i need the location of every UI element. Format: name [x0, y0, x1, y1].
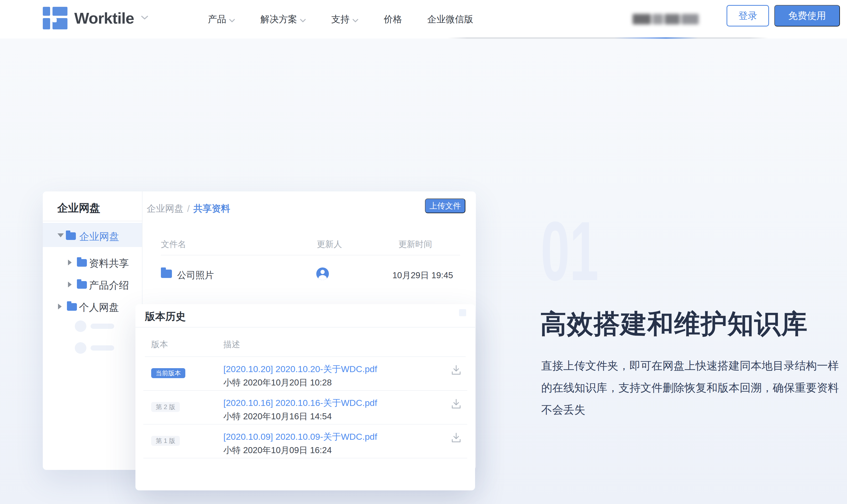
- breadcrumb-separator: /: [187, 203, 190, 214]
- version-file-link[interactable]: [2020.10.20] 2020.10.20-关于WDC.pdf: [223, 363, 377, 375]
- version-row-2: 第 2 版 [2020.10.16] 2020.10.16-关于WDC.pdf …: [143, 391, 467, 425]
- version-file-link[interactable]: [2020.10.16] 2020.10.16-关于WDC.pdf: [223, 397, 377, 409]
- skeleton-row: [43, 339, 142, 361]
- breadcrumb: 企业网盘 / 共享资料: [147, 202, 230, 215]
- modal-title: 版本历史: [145, 309, 186, 324]
- version-meta: 小特 2020年10月16日 14:54: [223, 411, 332, 422]
- column-header-version: 版本: [151, 339, 168, 350]
- worktile-logo-icon: [43, 7, 67, 29]
- caret-collapsed-icon[interactable]: [68, 259, 72, 265]
- feature-description: 直接上传文件夹，即可在网盘上快速搭建同本地目录结构一样 的在线知识库，支持文件删…: [541, 355, 847, 421]
- sidebar-title: 企业网盘: [57, 201, 100, 215]
- version-row-current: 当前版本 [2020.10.20] 2020.10.20-关于WDC.pdf 小…: [143, 357, 467, 391]
- nav-item-label: 解决方案: [260, 13, 297, 25]
- drive-sidebar: 企业网盘 企业网盘 资料共享 产品介绍: [43, 192, 142, 470]
- feature-description-line: 的在线知识库，支持文件删除恢复和版本回溯，确保重要资料: [541, 377, 847, 399]
- skeleton-bar: [90, 324, 114, 329]
- file-row-company-photos[interactable]: 公司照片 10月29日 19:45: [153, 259, 465, 288]
- tree-item-label: 企业网盘: [79, 230, 119, 244]
- folder-icon: [161, 270, 172, 278]
- feature-description-line: 直接上传文件夹，即可在网盘上快速搭建同本地目录结构一样: [541, 355, 847, 377]
- main-nav: 产品 解决方案 支持 价格 企业微信版: [208, 0, 473, 39]
- feature-section: 01 高效搭建和维护知识库 直接上传文件夹，即可在网盘上快速搭建同本地目录结构一…: [0, 39, 847, 504]
- version-badge-current: 当前版本: [151, 368, 185, 378]
- nav-item-label: 价格: [384, 13, 402, 25]
- caret-expanded-icon[interactable]: [57, 233, 64, 237]
- free-trial-button[interactable]: 免费使用: [774, 5, 840, 26]
- tree-item-personal-drive[interactable]: 个人网盘: [43, 295, 142, 317]
- caret-collapsed-icon[interactable]: [68, 282, 72, 287]
- skeleton-bar: [90, 345, 114, 350]
- breadcrumb-current: 共享资料: [193, 202, 230, 215]
- chevron-down-icon: [352, 14, 359, 25]
- download-icon[interactable]: [450, 431, 463, 444]
- table-header-divider: [161, 255, 460, 255]
- nav-item-label: 支持: [331, 13, 350, 25]
- login-button[interactable]: 登录: [727, 5, 769, 26]
- skeleton-avatar: [75, 321, 86, 332]
- version-meta: 小特 2020年10月20日 10:28: [223, 377, 332, 389]
- tree-item-shared-files[interactable]: 资料共享: [43, 251, 142, 273]
- phone-number-blurred: [633, 12, 703, 27]
- column-header-updated-time: 更新时间: [398, 239, 432, 250]
- worktile-logo[interactable]: Worktile: [43, 7, 148, 29]
- nav-item-support[interactable]: 支持: [331, 13, 359, 25]
- file-name[interactable]: 公司照片: [177, 269, 214, 281]
- column-header-filename: 文件名: [161, 239, 186, 250]
- nav-item-label: 产品: [208, 13, 226, 25]
- chevron-down-icon: [300, 14, 306, 25]
- column-header-updater: 更新人: [317, 239, 342, 250]
- nav-item-products[interactable]: 产品: [208, 13, 235, 25]
- page: Worktile 产品 解决方案 支持 价格 企业微信版: [0, 0, 847, 504]
- download-icon[interactable]: [450, 398, 463, 410]
- tree-item-label: 资料共享: [89, 257, 129, 270]
- modal-header-divider: [135, 327, 475, 327]
- file-updated-time: 10月29日 19:45: [392, 270, 453, 281]
- chevron-down-icon: [229, 14, 235, 25]
- breadcrumb-parent[interactable]: 企业网盘: [147, 202, 184, 215]
- version-history-modal: 版本历史 版本 描述 当前版本 [2020.10.20] 2020.10.20-…: [135, 304, 475, 490]
- tree-item-label: 产品介绍: [89, 279, 129, 292]
- feature-heading: 高效搭建和维护知识库: [540, 307, 808, 342]
- download-icon[interactable]: [450, 364, 463, 376]
- tree-item-enterprise-drive[interactable]: 企业网盘: [43, 223, 142, 247]
- nav-item-wechat-work[interactable]: 企业微信版: [427, 13, 473, 25]
- nav-item-pricing[interactable]: 价格: [384, 13, 402, 25]
- upload-file-button[interactable]: 上传文件: [425, 198, 465, 213]
- feature-description-line: 不会丢失: [541, 399, 847, 421]
- caret-collapsed-icon[interactable]: [58, 304, 62, 309]
- updater-avatar: [316, 268, 329, 280]
- brand-name: Worktile: [74, 9, 134, 27]
- close-icon[interactable]: [459, 309, 466, 316]
- version-file-link[interactable]: [2020.10.09] 2020.10.09-关于WDC.pdf: [223, 431, 377, 443]
- tree-item-label: 个人网盘: [79, 301, 119, 314]
- skeleton-avatar: [75, 342, 86, 354]
- sidebar-divider: [43, 221, 142, 221]
- feature-index-watermark: 01: [541, 209, 599, 293]
- version-badge: 第 2 版: [151, 402, 180, 412]
- folder-icon: [66, 232, 76, 240]
- version-meta: 小特 2020年10月09日 16:24: [223, 445, 332, 456]
- folder-icon: [77, 281, 87, 289]
- skeleton-row: [43, 317, 142, 339]
- tree-item-product-intro[interactable]: 产品介绍: [43, 273, 142, 295]
- chevron-down-icon: [141, 15, 148, 21]
- nav-item-label: 企业微信版: [427, 13, 473, 25]
- version-badge: 第 1 版: [151, 436, 180, 446]
- column-header-description: 描述: [223, 339, 240, 350]
- top-navbar: Worktile 产品 解决方案 支持 价格 企业微信版: [0, 0, 847, 39]
- version-row-1: 第 1 版 [2020.10.09] 2020.10.09-关于WDC.pdf …: [143, 425, 467, 458]
- header-divider-artifact: [448, 37, 768, 39]
- nav-item-solutions[interactable]: 解决方案: [260, 13, 306, 25]
- folder-icon: [67, 303, 77, 311]
- folder-icon: [77, 259, 87, 267]
